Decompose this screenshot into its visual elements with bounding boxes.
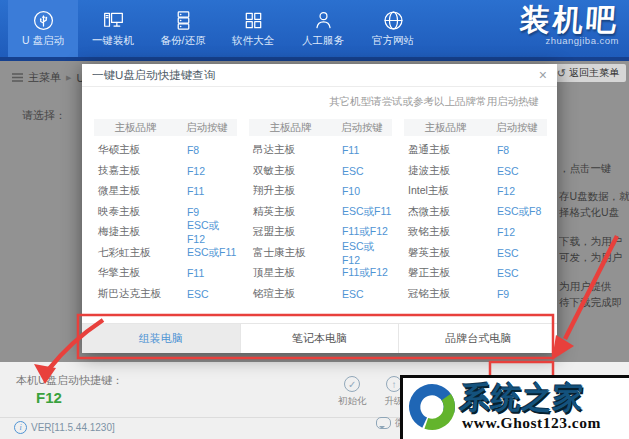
nav-item-2[interactable]: 备份/还原 — [148, 0, 218, 57]
menu-icon — [12, 72, 23, 84]
initialize-button[interactable]: ✓初始化 — [338, 376, 367, 408]
brand-cell: 磐英主板 — [404, 246, 487, 260]
hotkey-cell: F12 — [177, 165, 237, 177]
brand-header: 主板品牌 — [249, 121, 332, 135]
table-column-group-1: 主板品牌启动按键昂达主板F11双敏主板ESC翔升主板F10精英主板ESC或F11… — [249, 119, 392, 304]
nav-item-5[interactable]: 官方网站 — [358, 0, 428, 57]
hotkey-cell: F12 — [487, 185, 547, 197]
hotkey-cell: F11或F12 — [332, 266, 392, 280]
info-icon: i — [14, 421, 27, 434]
select-prompt: 请选择： — [22, 108, 66, 123]
clipped-text-line: 待下载完成即 — [559, 296, 629, 310]
table-header-row: 主板品牌启动按键 — [404, 119, 547, 136]
version-row: i VER[11.5.44.1230] — [14, 421, 115, 434]
hotkey-cell: ESC或F12 — [177, 219, 237, 245]
table-row: 富士康主板ESC或F12 — [249, 243, 392, 264]
app-logo: 装机吧 zhuangjiba.com — [520, 3, 619, 46]
brand-cell: 七彩虹主板 — [94, 246, 177, 260]
topbar-nav: U 盘启动一键装机备份/还原软件大全人工服务官方网站 — [8, 0, 428, 57]
hotkey-cell: ESC — [487, 247, 547, 259]
hotkey-cell: F11 — [332, 144, 392, 156]
brand-cell: 技嘉主板 — [94, 164, 177, 178]
clipped-text-line: 存U盘数据，就 — [559, 190, 629, 204]
hotkey-cell: ESC — [487, 165, 547, 177]
breadcrumb-separator-icon: ▶ — [66, 74, 71, 82]
brand-cell: 翔升主板 — [249, 184, 332, 198]
usb-icon — [32, 9, 55, 32]
breadcrumb[interactable]: 主菜单 ▶ U — [12, 70, 84, 85]
hotkey-cell: ESC或F11 — [332, 205, 392, 219]
table-row: 昂达主板F11 — [249, 140, 392, 161]
close-icon[interactable]: × — [539, 68, 547, 82]
table-row: Intel主板F12 — [404, 181, 547, 202]
nav-item-label: U 盘启动 — [22, 34, 64, 48]
clipped-text-line: ，点击一键 — [559, 162, 629, 176]
hotkey-cell: ESC — [332, 288, 392, 300]
dialog-note: 其它机型请尝试或参考以上品牌常用启动热键 — [82, 87, 557, 109]
clipped-text-line: 为用户提供 — [559, 280, 629, 294]
nav-item-1[interactable]: 一键装机 — [78, 0, 148, 57]
hotkey-cell: ESC — [177, 288, 237, 300]
back-button-label: 返回主菜单 — [569, 66, 619, 80]
wechat-icon — [376, 417, 391, 429]
hotkey-cell: F8 — [487, 144, 547, 156]
table-row: 磐英主板ESC — [404, 243, 547, 264]
watermark-site-name: 系统之家 — [458, 378, 586, 419]
logo-text: 装机吧 — [519, 3, 620, 37]
clipped-text-line: 可发，为用户 — [559, 251, 629, 265]
tab-2[interactable]: 品牌台式电脑 — [399, 324, 557, 353]
action-buttons: ✓初始化↑升级 — [338, 376, 404, 408]
table-header-row: 主板品牌启动按键 — [94, 119, 237, 136]
nav-item-3[interactable]: 软件大全 — [218, 0, 288, 57]
brand-header: 主板品牌 — [404, 121, 487, 135]
brand-cell: 双敏主板 — [249, 164, 332, 178]
table-header-row: 主板品牌启动按键 — [249, 119, 392, 136]
init-check-icon: ✓ — [344, 376, 360, 392]
table-row: 双敏主板ESC — [249, 161, 392, 182]
key-header: 启动按键 — [487, 121, 547, 135]
service-icon — [312, 9, 335, 32]
table-row: 铭瑄主板ESC — [249, 284, 392, 305]
hotkey-cell: ESC — [487, 267, 547, 279]
brand-cell: 顶星主板 — [249, 266, 332, 280]
back-to-main-menu-button[interactable]: ↺ 返回主菜单 — [550, 64, 626, 82]
dialog-title: 一键U盘启动快捷键查询 — [92, 68, 215, 83]
hotkey-query-dialog: 一键U盘启动快捷键查询 × 其它机型请尝试或参考以上品牌常用启动热键 主板品牌启… — [82, 64, 557, 353]
brand-cell: 冠铭主板 — [404, 287, 487, 301]
nav-item-0[interactable]: U 盘启动 — [8, 0, 78, 57]
hotkey-cell: F9 — [487, 288, 547, 300]
nav-item-4[interactable]: 人工服务 — [288, 0, 358, 57]
hotkey-table: 主板品牌启动按键华硕主板F8技嘉主板F12微星主板F11映泰主板F9梅捷主板ES… — [82, 109, 557, 304]
computer-type-tabs: 组装电脑笔记本电脑品牌台式电脑 — [82, 323, 557, 353]
hotkey-cell: F11 — [177, 185, 237, 197]
tab-1[interactable]: 笔记本电脑 — [241, 324, 400, 353]
hotkey-cell: F12 — [487, 226, 547, 238]
app-window: { "topbar": { "items": [ {"label": "U 盘启… — [0, 0, 629, 439]
hotkey-cell: F9 — [177, 206, 237, 218]
brand-cell: 冠盟主板 — [249, 225, 332, 239]
nav-item-label: 备份/还原 — [161, 34, 206, 48]
table-row: 华擎主板F11 — [94, 263, 237, 284]
table-column-group-2: 主板品牌启动按键盈通主板F8捷波主板ESCIntel主板F12杰微主板ESC或F… — [404, 119, 547, 304]
version-text: VER[11.5.44.1230] — [31, 422, 115, 433]
nav-item-label: 软件大全 — [232, 34, 274, 48]
brand-cell: 映泰主板 — [94, 205, 177, 219]
table-row: 翔升主板F10 — [249, 181, 392, 202]
table-row: 捷波主板ESC — [404, 161, 547, 182]
brand-cell: 捷波主板 — [404, 164, 487, 178]
table-row: 磐正主板ESC — [404, 263, 547, 284]
brand-cell: Intel主板 — [404, 184, 487, 198]
computer-icon — [102, 9, 125, 32]
action-label: 初始化 — [338, 395, 367, 408]
watermark-site-url: www.Ghost123.com — [462, 414, 601, 432]
nav-item-label: 一键装机 — [92, 34, 134, 48]
breadcrumb-root[interactable]: 主菜单 — [28, 70, 61, 85]
hotkey-cell: ESC或F11 — [177, 246, 237, 260]
brand-cell: 磐正主板 — [404, 266, 487, 280]
brand-cell: 斯巴达克主板 — [94, 287, 177, 301]
ghost123-logo-icon — [406, 381, 458, 437]
key-header: 启动按键 — [177, 121, 237, 135]
hotkey-cell: F10 — [332, 185, 392, 197]
brand-header: 主板品牌 — [94, 121, 177, 135]
tab-0[interactable]: 组装电脑 — [82, 324, 241, 353]
